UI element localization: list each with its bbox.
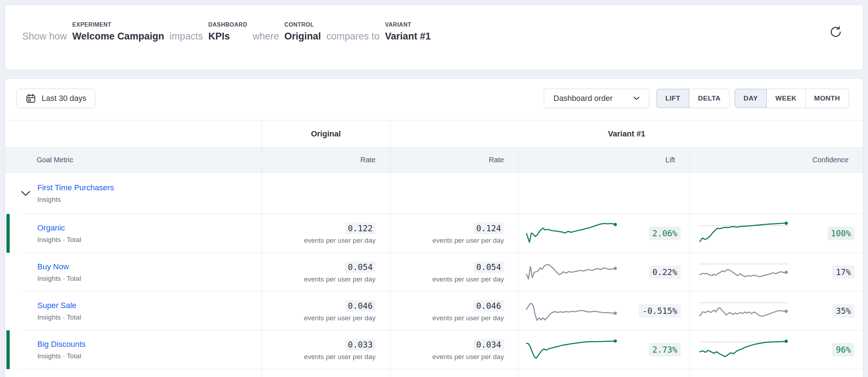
refresh-button[interactable] [829, 25, 843, 39]
confidence-cell: 100% [689, 214, 863, 253]
variant-header: Variant #1 [390, 120, 863, 147]
dashboard-value[interactable]: KPIs [208, 31, 247, 41]
experiment-label: EXPERIMENT [72, 22, 164, 28]
table-row: Buy Now Insights · Total 0.054 events pe… [5, 253, 863, 292]
control-rate-unit: events per user per day [304, 353, 376, 361]
column-control-rate: Rate [261, 148, 390, 172]
variant-rate-unit: events per user per day [432, 237, 504, 245]
metric-link[interactable]: Buy Now [37, 262, 69, 271]
metric-cell: Big Discounts Insights · Total [5, 330, 261, 369]
metric-cell: Buy Now Insights · Total [5, 253, 261, 292]
toggle-option-lift[interactable]: LIFT [657, 89, 689, 108]
dashboard-order-dropdown[interactable]: Dashboard order [544, 89, 649, 108]
experiment-value[interactable]: Welcome Campaign [72, 31, 164, 41]
date-range-button[interactable]: Last 30 days [16, 89, 95, 108]
variant-selector[interactable]: VARIANT Variant #1 [385, 22, 431, 41]
confidence-sparkline [698, 257, 797, 288]
column-header-row: Goal Metric Rate Rate Lift Confidence [5, 148, 863, 173]
group-metric-link[interactable]: First Time Purchasers [37, 183, 114, 192]
metric-cell: Organic Insights · Total [5, 214, 261, 253]
refresh-icon [829, 25, 842, 38]
control-rate-cell: 0.122 events per user per day [261, 214, 390, 253]
variant-rate-unit: events per user per day [432, 353, 504, 361]
toggle-option-month[interactable]: MONTH [805, 89, 849, 108]
experiment-sentence: Show how EXPERIMENT Welcome Campaign imp… [22, 22, 431, 41]
lift-sparkline [524, 295, 627, 326]
confidence-sparkline [698, 218, 797, 249]
table-row: Super Sale Insights · Total 0.046 events… [5, 292, 863, 330]
dashboard-order-label: Dashboard order [553, 94, 613, 103]
lift-cell: 2.06% [518, 214, 689, 253]
lift-value: 0.22% [649, 265, 681, 279]
metric-subtitle: Insights · Total [37, 352, 261, 360]
sentence-impacts: impacts [170, 31, 203, 41]
confidence-value: 96% [832, 343, 854, 357]
lift-sparkline [524, 218, 627, 249]
metric-link[interactable]: Big Discounts [37, 340, 86, 349]
metric-subtitle: Insights · Total [37, 236, 261, 244]
control-rate-value: 0.054 [345, 261, 376, 273]
experiment-selector[interactable]: EXPERIMENT Welcome Campaign [72, 22, 164, 41]
metric-link[interactable]: Organic [37, 223, 65, 233]
chevron-down-icon [21, 191, 30, 196]
toggle-option-delta[interactable]: DELTA [689, 89, 729, 108]
lift-sparkline [524, 257, 627, 288]
variant-rate-cell: 0.124 events per user per day [390, 214, 518, 253]
confidence-sparkline [698, 295, 797, 326]
significance-indicator [6, 214, 10, 253]
toggle-option-day[interactable]: DAY [735, 89, 766, 108]
confidence-sparkline [698, 334, 797, 365]
lift-value: 2.06% [649, 227, 681, 240]
variant-rate-value: 0.034 [473, 339, 504, 350]
confidence-value: 35% [832, 304, 854, 318]
column-confidence: Confidence [689, 148, 863, 172]
control-rate-unit: events per user per day [304, 237, 376, 245]
control-rate-value: 0.033 [345, 339, 376, 350]
variant-value[interactable]: Variant #1 [385, 31, 431, 41]
dashboard-label: DASHBOARD [208, 22, 247, 28]
variant-rate-unit: events per user per day [432, 314, 504, 322]
variant-rate-cell: 0.054 events per user per day [390, 253, 518, 292]
dashboard-selector[interactable]: DASHBOARD KPIs [208, 22, 247, 41]
toggle-option-week[interactable]: WEEK [766, 89, 805, 108]
table-row: Organic Insights · Total 0.122 events pe… [5, 214, 863, 253]
lift-cell: 2.73% [518, 330, 689, 369]
control-selector[interactable]: CONTROL Original [284, 22, 321, 41]
column-lift: Lift [518, 148, 689, 172]
variant-rate-unit: events per user per day [432, 275, 504, 283]
confidence-value: 100% [827, 227, 854, 240]
confidence-cell: 35% [689, 292, 863, 330]
date-range-label: Last 30 days [42, 94, 86, 103]
confidence-value: 17% [832, 265, 854, 279]
sentence-where: where [253, 31, 279, 41]
table-row-partial [5, 369, 863, 377]
granularity-toggle: DAY WEEK MONTH [735, 89, 849, 108]
chevron-down-icon [633, 97, 640, 100]
lift-cell: -0.515% [518, 292, 689, 330]
sentence-intro: Show how [22, 31, 67, 41]
calendar-icon [25, 93, 36, 104]
control-value[interactable]: Original [284, 31, 321, 41]
variant-rate-cell: 0.034 events per user per day [390, 330, 518, 369]
control-rate-cell: 0.046 events per user per day [261, 292, 390, 330]
results-table: Original Variant #1 Goal Metric Rate Rat… [5, 120, 863, 377]
column-goal-metric: Goal Metric [5, 148, 261, 172]
empty-header-cell [5, 120, 261, 147]
confidence-cell: 96% [689, 330, 863, 369]
collapse-group-button[interactable] [21, 191, 30, 196]
control-rate-unit: events per user per day [304, 275, 376, 283]
control-label: CONTROL [284, 22, 321, 28]
variant-header-row: Original Variant #1 [5, 120, 863, 148]
lift-value: -0.515% [639, 304, 681, 318]
column-variant-rate: Rate [390, 148, 518, 172]
variant-rate-value: 0.124 [473, 223, 504, 234]
experiment-header-card: Show how EXPERIMENT Welcome Campaign imp… [5, 5, 863, 70]
control-header: Original [261, 120, 390, 147]
results-card: Last 30 days Dashboard order LIFT DELTA … [5, 78, 863, 377]
metric-link[interactable]: Super Sale [37, 301, 76, 310]
metric-group-row: First Time Purchasers Insights [5, 173, 863, 214]
control-rate-cell: 0.033 events per user per day [261, 330, 390, 369]
lift-sparkline [524, 334, 627, 365]
variant-rate-value: 0.054 [473, 261, 504, 273]
control-rate-unit: events per user per day [304, 314, 376, 322]
